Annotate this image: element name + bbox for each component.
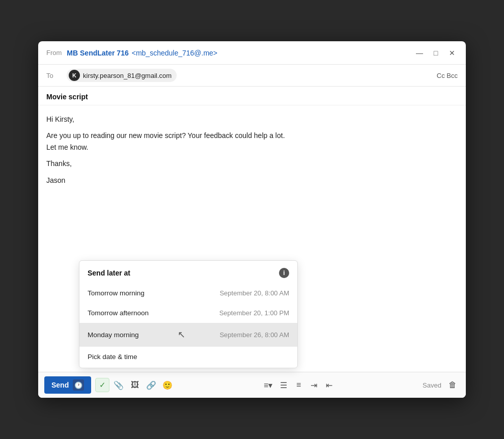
panel-header: Send later at i	[79, 261, 297, 283]
minimize-button[interactable]: —	[414, 47, 425, 59]
body-thanks: Thanks,	[46, 158, 458, 169]
info-icon[interactable]: i	[279, 268, 289, 278]
send-option-tomorrow-afternoon[interactable]: Tomorrow afternoon September 20, 1:00 PM	[79, 303, 297, 323]
to-row: To K kirsty.pearson_81@gmail.com Cc Bcc	[38, 65, 466, 87]
recipient-chip[interactable]: K kirsty.pearson_81@gmail.com	[67, 69, 177, 82]
delete-icon[interactable]: 🗑	[445, 378, 460, 392]
window-controls: — □ ✕	[414, 47, 458, 59]
email-compose-window: From MB SendLater 716 <mb_schedule_716@.…	[38, 41, 466, 398]
option-date-2: September 26, 8:00 AM	[219, 331, 289, 339]
option-date-0: September 20, 8:00 AM	[219, 289, 289, 297]
ordered-list-icon[interactable]: ≡	[292, 378, 306, 392]
body-greeting: Hi Kirsty,	[46, 114, 458, 125]
clock-icon: 🕐	[73, 379, 84, 391]
attachment-icon[interactable]: 📎	[111, 378, 126, 392]
format-group: ≡▾ ☰ ≡ ⇥ ⇤	[261, 378, 337, 392]
saved-label: Saved	[423, 381, 441, 389]
toolbar: Send 🕐 ✓ 📎 🖼 🔗 🙂 ≡▾ ☰ ≡ ⇥ ⇤ Saved 🗑	[38, 372, 466, 398]
to-label: To	[46, 72, 62, 79]
send-later-panel: Send later at i Tomorrow morning Septemb…	[79, 260, 298, 368]
sender-email: <mb_schedule_716@.me>	[132, 49, 217, 57]
body-paragraph: Are you up to reading our new movie scri…	[46, 130, 458, 153]
panel-title: Send later at	[88, 269, 130, 277]
cursor-pointer-icon: ↖	[178, 329, 185, 340]
send-option-tomorrow-morning[interactable]: Tomorrow morning September 20, 8:00 AM	[79, 283, 297, 303]
subject-row: Movie script	[38, 87, 466, 105]
avatar: K	[69, 70, 80, 81]
body-signature: Jason	[46, 175, 458, 186]
option-label-1: Tomorrow afternoon	[88, 309, 149, 317]
maximize-button[interactable]: □	[430, 47, 441, 59]
option-label-2: Monday morning	[88, 331, 139, 339]
send-option-monday-morning[interactable]: Monday morning ↖ September 26, 8:00 AM	[79, 323, 297, 346]
align-icon[interactable]: ≡▾	[261, 378, 275, 392]
send-label: Send	[51, 381, 69, 389]
check-icon[interactable]: ✓	[95, 378, 109, 392]
send-button[interactable]: Send 🕐	[44, 376, 91, 394]
image-icon[interactable]: 🖼	[128, 378, 142, 392]
link-icon[interactable]: 🔗	[144, 378, 158, 392]
bullet-list-icon[interactable]: ☰	[276, 378, 291, 392]
pick-date-time[interactable]: Pick date & time	[79, 346, 297, 368]
outdent-icon[interactable]: ⇤	[322, 378, 337, 392]
indent-icon[interactable]: ⇥	[307, 378, 321, 392]
emoji-icon[interactable]: 🙂	[160, 378, 175, 392]
title-bar: From MB SendLater 716 <mb_schedule_716@.…	[38, 41, 466, 65]
subject-text: Movie script	[46, 93, 88, 101]
from-label: From	[46, 49, 62, 57]
option-date-1: September 20, 1:00 PM	[219, 309, 289, 317]
recipient-email: kirsty.pearson_81@gmail.com	[83, 72, 172, 79]
sender-name: MB SendLater 716	[67, 49, 128, 57]
cc-bcc-button[interactable]: Cc Bcc	[437, 72, 458, 79]
close-button[interactable]: ✕	[446, 47, 458, 59]
option-label-0: Tomorrow morning	[88, 289, 145, 297]
